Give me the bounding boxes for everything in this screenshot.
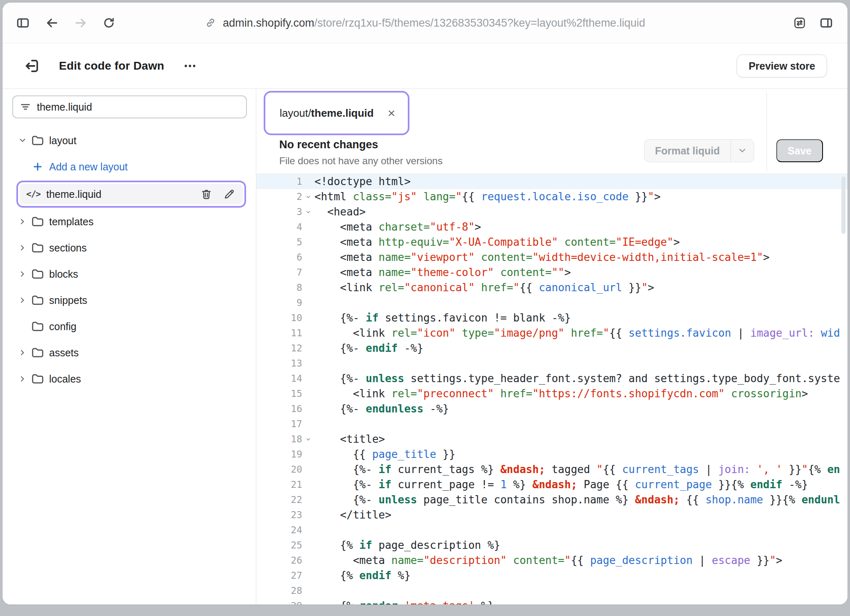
line-number[interactable]: 17 [256, 417, 302, 432]
code-line-25[interactable]: 25 {% if page_description %} [256, 538, 848, 553]
chevron-down-icon[interactable] [731, 140, 754, 162]
line-number[interactable]: 29 [256, 598, 302, 605]
code-line-22[interactable]: 22 {%- unless page_title contains shop.n… [256, 492, 848, 507]
sidebar-item-sections[interactable]: sections [12, 235, 247, 261]
chevron-right-icon[interactable] [16, 348, 29, 358]
line-number[interactable]: 8 [256, 280, 302, 295]
line-number[interactable]: 7 [256, 265, 302, 280]
search-input[interactable] [37, 101, 240, 113]
sidebar-item-blocks[interactable]: blocks [12, 261, 247, 287]
tab-theme-liquid[interactable]: layout/theme.liquid × [267, 95, 406, 131]
sidebar-item-layout[interactable]: layout [12, 127, 247, 154]
code-line-2[interactable]: 2<html class="js" lang="{{ request.local… [256, 189, 848, 204]
browser-extensions-icon[interactable] [793, 16, 807, 30]
code-line-27[interactable]: 27 {% endif %} [256, 568, 848, 583]
line-number[interactable]: 14 [256, 371, 302, 386]
delete-icon[interactable] [200, 188, 212, 200]
add-new-layout-link[interactable]: Add a new layout [12, 154, 247, 180]
line-number[interactable]: 11 [256, 326, 302, 341]
editor-scrollbar[interactable] [841, 177, 845, 234]
line-number[interactable]: 28 [256, 583, 302, 598]
code-line-24[interactable]: 24 [256, 523, 848, 538]
line-number[interactable]: 26 [256, 553, 302, 568]
line-number[interactable]: 12 [256, 341, 302, 356]
line-number[interactable]: 10 [256, 310, 302, 326]
line-number[interactable]: 22 [256, 492, 302, 507]
edit-icon[interactable] [223, 188, 235, 200]
code-line-6[interactable]: 6 <meta name="viewport" content="width=d… [256, 250, 848, 265]
line-number[interactable]: 23 [256, 507, 302, 523]
code-line-16[interactable]: 16 {%- endunless -%} [256, 401, 848, 417]
chevron-right-icon[interactable] [16, 269, 29, 279]
chevron-right-icon[interactable] [16, 243, 29, 253]
forward-icon[interactable] [74, 16, 88, 30]
code-line-17[interactable]: 17 [256, 417, 848, 432]
line-number[interactable]: 25 [256, 538, 302, 553]
code-line-20[interactable]: 20 {%- if current_tags %} &ndash; tagged… [256, 462, 848, 477]
line-number[interactable]: 19 [256, 447, 302, 462]
fold-chevron-icon[interactable] [302, 189, 314, 204]
chevron-right-icon[interactable] [16, 217, 29, 226]
chevron-down-icon[interactable] [16, 136, 29, 145]
line-number[interactable]: 15 [256, 386, 302, 401]
folder-label: assets [49, 347, 79, 359]
sidebar-item-snippets[interactable]: snippets [12, 287, 247, 313]
address-bar[interactable]: admin.shopify.com/store/rzq1xu-f5/themes… [205, 16, 645, 29]
browser-sidebar-icon[interactable] [16, 16, 30, 30]
close-icon[interactable]: × [388, 106, 396, 120]
chevron-right-icon[interactable] [16, 374, 29, 384]
browser-panel-icon[interactable] [819, 16, 834, 30]
sidebar-item-theme-liquid[interactable]: </>theme.liquid [20, 184, 243, 204]
chevron-right-icon[interactable] [16, 295, 29, 305]
sidebar-item-templates[interactable]: templates [12, 208, 247, 235]
line-number[interactable]: 4 [256, 220, 302, 235]
code-line-11[interactable]: 11 <link rel="icon" type="image/png" hre… [256, 326, 848, 341]
code-line-18[interactable]: 18 <title> [256, 432, 848, 447]
sidebar-item-config[interactable]: config [12, 313, 247, 340]
line-number[interactable]: 20 [256, 462, 302, 477]
more-icon[interactable] [183, 59, 197, 73]
code-area[interactable]: 1<!doctype html>2<html class="js" lang="… [256, 174, 848, 605]
code-line-23[interactable]: 23 </title> [256, 507, 848, 523]
line-number[interactable]: 2 [256, 189, 302, 204]
code-line-13[interactable]: 13 [256, 356, 848, 371]
file-search-box[interactable] [12, 95, 247, 118]
line-number[interactable]: 3 [256, 204, 302, 220]
line-number[interactable]: 5 [256, 235, 302, 250]
code-line-4[interactable]: 4 <meta charset="utf-8"> [256, 220, 848, 235]
line-number[interactable]: 6 [256, 250, 302, 265]
back-icon[interactable] [45, 16, 59, 30]
code-line-8[interactable]: 8 <link rel="canonical" href="{{ canonic… [256, 280, 848, 295]
line-number[interactable]: 27 [256, 568, 302, 583]
line-number[interactable]: 24 [256, 523, 302, 538]
line-number[interactable]: 1 [256, 174, 302, 189]
code-line-15[interactable]: 15 <link rel="preconnect" href="https://… [256, 386, 848, 401]
line-number[interactable]: 16 [256, 401, 302, 417]
code-line-12[interactable]: 12 {%- endif -%} [256, 341, 848, 356]
exit-icon[interactable] [24, 57, 41, 75]
code-line-9[interactable]: 9 [256, 295, 848, 310]
code-line-26[interactable]: 26 <meta name="description" content="{{ … [256, 553, 848, 568]
preview-store-button[interactable]: Preview store [737, 54, 827, 77]
format-liquid-button[interactable]: Format liquid [644, 139, 754, 162]
sidebar-item-locales[interactable]: locales [12, 366, 247, 392]
line-number[interactable]: 9 [256, 295, 302, 310]
line-number[interactable]: 18 [256, 432, 302, 447]
fold-chevron-icon[interactable] [302, 204, 314, 220]
fold-chevron-icon[interactable] [302, 432, 314, 447]
code-line-19[interactable]: 19 {{ page_title }} [256, 447, 848, 462]
code-line-10[interactable]: 10 {%- if settings.favicon != blank -%} [256, 310, 848, 326]
code-line-14[interactable]: 14 {%- unless settings.type_header_font.… [256, 371, 848, 386]
sidebar-item-assets[interactable]: assets [12, 340, 247, 366]
code-line-5[interactable]: 5 <meta http-equiv="X-UA-Compatible" con… [256, 235, 848, 250]
code-line-3[interactable]: 3 <head> [256, 204, 848, 220]
code-line-21[interactable]: 21 {%- if current_page != 1 %} &ndash; P… [256, 477, 848, 492]
line-number[interactable]: 21 [256, 477, 302, 492]
code-line-1[interactable]: 1<!doctype html> [256, 174, 848, 189]
line-number[interactable]: 13 [256, 356, 302, 371]
reload-icon[interactable] [102, 16, 115, 29]
code-line-28[interactable]: 28 [256, 583, 848, 598]
code-line-29[interactable]: 29 {% render 'meta-tags' %} [256, 598, 848, 605]
code-line-7[interactable]: 7 <meta name="theme-color" content=""> [256, 265, 848, 280]
save-button[interactable]: Save [776, 139, 823, 162]
